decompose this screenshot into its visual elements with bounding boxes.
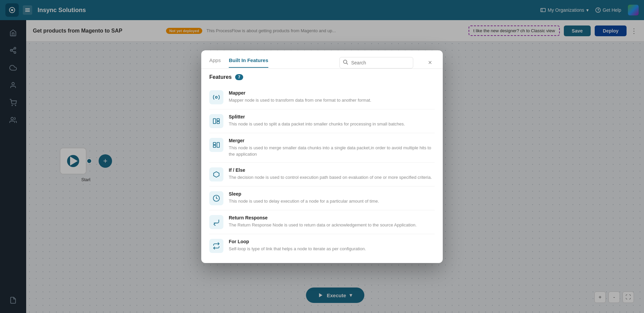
features-title: Features <box>209 74 232 80</box>
tab-built-in-features[interactable]: Built In Features <box>229 57 268 68</box>
feature-text-sleep: Sleep This node is used to delay executi… <box>229 191 435 205</box>
feature-name-forloop: For Loop <box>229 239 435 244</box>
feature-name-return: Return Response <box>229 215 435 220</box>
feature-text-forloop: For Loop Self-loop is type of link that … <box>229 239 435 252</box>
feature-desc-ifelse: The decision node is used to control exe… <box>229 174 435 181</box>
feature-item-merger[interactable]: Merger This node is used to merge smalle… <box>209 133 435 163</box>
forloop-icon <box>209 239 223 253</box>
svg-point-21 <box>215 96 217 98</box>
feature-desc-return: The Return Response Node is used to retu… <box>229 222 435 228</box>
modal-close-button[interactable]: × <box>425 58 435 67</box>
merger-icon <box>209 138 223 152</box>
search-icon <box>343 59 348 66</box>
feature-modal: Apps Built In Features × Features 7 Mapp… <box>201 50 443 263</box>
ifelse-icon <box>209 167 223 181</box>
feature-text-splitter: Splitter This node is used to split a da… <box>229 114 435 127</box>
search-wrap <box>339 57 413 68</box>
feature-text-return: Return Response The Return Response Node… <box>229 215 435 228</box>
feature-item-ifelse[interactable]: If / Else The decision node is used to c… <box>209 163 435 187</box>
svg-rect-26 <box>213 142 216 144</box>
features-count-badge: 7 <box>235 74 244 80</box>
feature-item-return[interactable]: Return Response The Return Response Node… <box>209 210 435 234</box>
feature-text-ifelse: If / Else The decision node is used to c… <box>229 167 435 181</box>
splitter-icon <box>209 114 223 128</box>
feature-name-ifelse: If / Else <box>229 167 435 173</box>
mapper-icon <box>209 90 223 104</box>
tab-apps[interactable]: Apps <box>209 57 221 68</box>
svg-rect-23 <box>217 118 219 120</box>
search-input[interactable] <box>339 57 413 68</box>
feature-desc-sleep: This node is used to delay execution of … <box>229 198 435 205</box>
sleep-icon <box>209 191 223 205</box>
svg-line-20 <box>346 63 348 64</box>
return-icon <box>209 215 223 229</box>
feature-desc-merger: This node is used to merge smaller data … <box>229 145 435 158</box>
feature-item-mapper[interactable]: Mapper Mapper node is used to transform … <box>209 86 435 109</box>
feature-name-merger: Merger <box>229 138 435 143</box>
feature-desc-splitter: This node is used to split a data packet… <box>229 121 435 127</box>
feature-name-mapper: Mapper <box>229 90 435 96</box>
feature-name-splitter: Splitter <box>229 114 435 119</box>
svg-rect-22 <box>213 118 216 123</box>
modal-header: Apps Built In Features × <box>201 50 443 68</box>
modal-overlay: Apps Built In Features × Features 7 Mapp… <box>0 0 644 313</box>
svg-point-19 <box>343 60 347 63</box>
feature-item-splitter[interactable]: Splitter This node is used to split a da… <box>209 109 435 133</box>
feature-name-sleep: Sleep <box>229 191 435 197</box>
svg-rect-24 <box>217 121 219 123</box>
features-list: Mapper Mapper node is used to transform … <box>209 86 435 258</box>
feature-text-merger: Merger This node is used to merge smalle… <box>229 138 435 158</box>
feature-text-mapper: Mapper Mapper node is used to transform … <box>229 90 435 104</box>
svg-rect-25 <box>217 142 219 147</box>
feature-desc-mapper: Mapper node is used to transform data fr… <box>229 97 435 104</box>
feature-desc-forloop: Self-loop is type of link that helps a n… <box>229 246 435 252</box>
svg-rect-27 <box>213 145 216 147</box>
features-header: Features 7 <box>209 74 435 80</box>
feature-item-forloop[interactable]: For Loop Self-loop is type of link that … <box>209 234 435 258</box>
modal-body: Features 7 Mapper Mapper node is used to… <box>201 69 443 263</box>
feature-item-sleep[interactable]: Sleep This node is used to delay executi… <box>209 187 435 210</box>
